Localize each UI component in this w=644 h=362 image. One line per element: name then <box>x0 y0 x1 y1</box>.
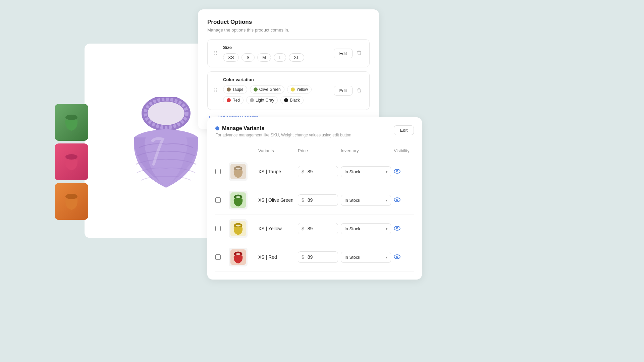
size-option-row: ⠿ Size XS S M L XL Edit <box>207 39 370 67</box>
price-input-yellow[interactable] <box>307 223 325 234</box>
size-tag-l: L <box>274 53 286 62</box>
thumbnail-strip <box>55 104 88 220</box>
size-option-content: Size XS S M L XL <box>223 45 330 62</box>
product-options-panel: Product Options Manage the options this … <box>198 9 379 129</box>
variant-checkbox-yellow[interactable] <box>215 226 221 231</box>
col-variants: Variants <box>258 148 295 153</box>
stock-text-red: In Stock <box>344 255 384 260</box>
thumbnail-orange[interactable] <box>55 183 88 220</box>
variant-name-red: XS | Red <box>258 254 295 260</box>
size-option-actions: Edit <box>334 49 363 58</box>
price-symbol-red: $ <box>298 252 307 262</box>
variant-row-red: XS | Red $ In Stock ▾ <box>215 243 414 272</box>
chevron-yellow: ▾ <box>386 227 387 231</box>
color-tag-yellow: Yellow <box>287 85 312 94</box>
col-checkbox <box>215 148 226 153</box>
variant-thumb-taupe <box>229 162 248 181</box>
color-tag-olive: Olive Green <box>250 85 284 94</box>
price-input-taupe[interactable] <box>307 166 325 177</box>
stock-olive[interactable]: In Stock ▾ <box>341 195 391 206</box>
color-tag-black: Black <box>280 96 303 104</box>
price-wrapper-olive: $ <box>298 194 338 206</box>
color-delete-button[interactable] <box>355 86 363 96</box>
variants-header: Manage Variants For advance management l… <box>215 125 414 143</box>
svg-point-19 <box>397 199 398 200</box>
svg-rect-7 <box>358 51 360 51</box>
color-option-content: Color variation Taupe Olive Green Yellow… <box>223 77 330 104</box>
color-option-label: Color variation <box>223 77 330 82</box>
svg-point-29 <box>397 256 398 257</box>
size-edit-button[interactable]: Edit <box>334 49 353 58</box>
visibility-red[interactable] <box>394 254 414 261</box>
variant-checkbox-taupe[interactable] <box>215 169 221 174</box>
variant-row-taupe: XS | Taupe $ In Stock ▾ <box>215 158 414 186</box>
stock-text-yellow: In Stock <box>344 226 384 231</box>
stock-text-taupe: In Stock <box>344 169 384 174</box>
size-delete-button[interactable] <box>355 49 363 58</box>
svg-rect-8 <box>357 89 361 89</box>
price-wrapper-yellow: $ <box>298 223 338 234</box>
color-edit-button[interactable]: Edit <box>334 86 353 96</box>
col-inventory: Inventory <box>341 148 391 153</box>
visibility-yellow[interactable] <box>394 225 414 232</box>
variant-name-olive: XS | Olive Green <box>258 197 295 203</box>
drag-handle-size[interactable]: ⠿ <box>214 50 218 57</box>
chevron-taupe: ▾ <box>386 170 387 174</box>
stock-taupe[interactable]: In Stock ▾ <box>341 166 391 177</box>
variants-edit-button[interactable]: Edit <box>394 125 414 135</box>
variant-row-yellow: XS | Yellow $ In Stock ▾ <box>215 215 414 243</box>
color-option-row: ⠿ Color variation Taupe Olive Green Yell… <box>207 71 370 110</box>
color-tags: Taupe Olive Green Yellow Red Light Gray … <box>223 85 330 104</box>
svg-point-2 <box>65 194 77 199</box>
panel-title: Product Options <box>207 19 370 25</box>
color-option-actions: Edit <box>334 86 363 96</box>
stock-text-olive: In Stock <box>344 198 384 203</box>
panel-subtitle: Manage the options this product comes in… <box>207 27 370 33</box>
thumbnail-pink[interactable] <box>55 143 88 180</box>
svg-rect-9 <box>358 88 360 89</box>
blue-indicator <box>215 126 219 130</box>
svg-point-5 <box>148 102 184 125</box>
variants-subtitle: For advance management like SKU, Weight … <box>215 133 351 137</box>
svg-rect-6 <box>357 51 361 52</box>
svg-point-0 <box>65 115 77 120</box>
variant-thumb-red <box>229 248 248 266</box>
price-input-red[interactable] <box>307 252 325 262</box>
svg-point-1 <box>65 154 77 160</box>
chevron-olive: ▾ <box>386 198 387 202</box>
variants-title-row: Manage Variants <box>215 125 351 131</box>
price-symbol-yellow: $ <box>298 223 307 234</box>
variant-row-olive: XS | Olive Green $ In Stock ▾ <box>215 186 414 215</box>
size-tag-s: S <box>241 53 255 62</box>
col-price: Price <box>298 148 338 153</box>
size-tag-xs: XS <box>223 53 239 62</box>
color-tag-red: Red <box>223 96 244 104</box>
thumbnail-green[interactable] <box>55 104 88 141</box>
manage-variants-panel: Manage Variants For advance management l… <box>207 117 422 280</box>
variants-title: Manage Variants <box>222 125 264 131</box>
size-tag-m: M <box>257 53 271 62</box>
col-visibility: Visibility <box>394 148 414 153</box>
variant-checkbox-red[interactable] <box>215 254 221 260</box>
variant-checkbox-olive[interactable] <box>215 197 221 203</box>
svg-point-14 <box>397 171 398 172</box>
color-tag-taupe: Taupe <box>223 85 247 94</box>
variant-thumb-yellow <box>229 219 248 238</box>
chevron-red: ▾ <box>386 255 387 259</box>
table-header: Variants Price Inventory Visibility <box>215 145 414 156</box>
size-option-label: Size <box>223 45 330 50</box>
price-input-olive[interactable] <box>307 195 325 205</box>
variant-thumb-olive <box>229 191 248 209</box>
col-image <box>229 148 256 153</box>
price-symbol-olive: $ <box>298 195 307 205</box>
svg-point-24 <box>397 228 398 229</box>
stock-yellow[interactable]: In Stock ▾ <box>341 223 391 234</box>
stock-red[interactable]: In Stock ▾ <box>341 252 391 263</box>
size-tag-xl: XL <box>289 53 304 62</box>
size-tags: XS S M L XL <box>223 53 330 62</box>
drag-handle-color[interactable]: ⠿ <box>214 87 218 94</box>
price-wrapper-taupe: $ <box>298 166 338 177</box>
visibility-olive[interactable] <box>394 197 414 204</box>
variant-name-yellow: XS | Yellow <box>258 226 295 231</box>
visibility-taupe[interactable] <box>394 168 414 175</box>
